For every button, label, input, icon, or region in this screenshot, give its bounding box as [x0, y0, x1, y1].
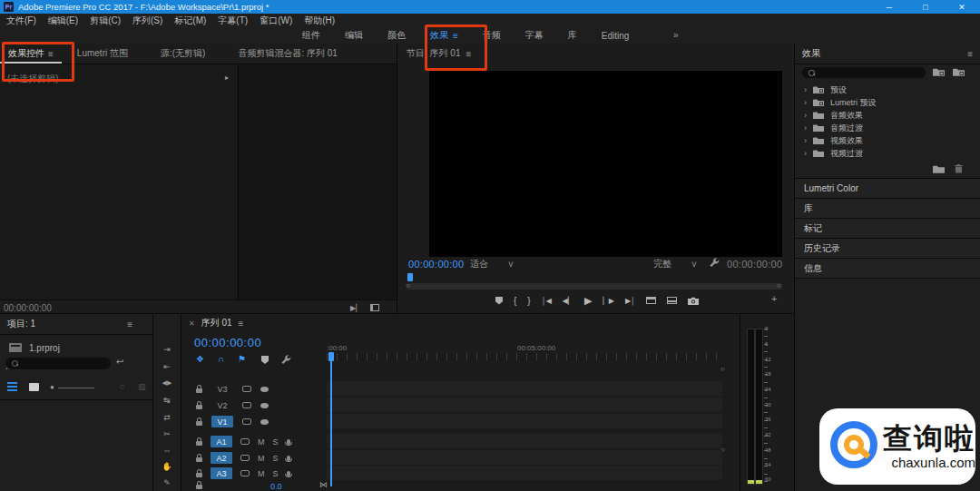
menu-clip[interactable]: 剪辑(C) [90, 15, 121, 27]
project-panel-menu-icon[interactable]: ≡ [127, 319, 132, 329]
track-header-a1[interactable]: A1 M S [181, 435, 341, 448]
tab-project[interactable]: 项目: 1 [7, 318, 35, 330]
tree-chevron-icon[interactable]: › [804, 136, 807, 145]
tab-audio-clip-mixer[interactable]: 音频剪辑混合器: 序列 01 [230, 44, 345, 64]
timeline-add-marker-icon[interactable] [261, 356, 269, 364]
track-header-v1[interactable]: V1 [181, 415, 341, 428]
effects-tree-row-audio-effects[interactable]: › 音频效果 [795, 109, 980, 122]
button-editor-plus-icon[interactable]: + [771, 293, 777, 304]
program-scrollbar[interactable] [407, 283, 782, 290]
track-badge[interactable]: V3 [211, 383, 233, 395]
tab-markers[interactable]: 标记 [795, 219, 980, 239]
track-lane-a2[interactable] [327, 450, 722, 465]
lock-icon[interactable] [196, 485, 202, 489]
tree-chevron-icon[interactable]: › [804, 111, 807, 120]
track-badge[interactable]: A3 [211, 467, 232, 479]
icon-view-icon[interactable] [29, 383, 39, 391]
effects-tree-row-lumetri-presets[interactable]: › Lumetri 预设 [795, 96, 980, 109]
workspace-tab-libraries[interactable]: 库 [568, 29, 577, 42]
tab-info[interactable]: 信息 [795, 259, 980, 279]
solo-button[interactable]: S [273, 437, 279, 447]
toggle-track-output-eye-icon[interactable] [260, 403, 269, 408]
track-header-a3[interactable]: A3 M S [181, 466, 341, 480]
sync-lock-icon[interactable] [240, 455, 250, 461]
menu-title[interactable]: 字幕(T) [218, 15, 248, 27]
pen-tool[interactable]: ✎ [154, 478, 180, 487]
project-search-input[interactable] [5, 358, 111, 369]
play-button-icon[interactable]: ▶ [584, 295, 592, 307]
mute-button[interactable]: M [258, 469, 265, 478]
linked-selection-icon[interactable]: ⚑ [238, 354, 246, 364]
solo-button[interactable]: S [273, 469, 279, 478]
track-lane-v3[interactable] [327, 381, 722, 396]
program-playhead[interactable] [407, 273, 413, 281]
tab-program-monitor[interactable]: 节目: 序列 01 [407, 47, 460, 60]
close-button[interactable]: ✕ [944, 0, 980, 14]
track-badge[interactable]: V1 [211, 416, 233, 427]
track-lane-a1[interactable] [327, 434, 722, 448]
menu-window[interactable]: 窗口(W) [260, 15, 292, 27]
menu-edit[interactable]: 编辑(E) [48, 15, 78, 27]
lock-icon[interactable] [196, 441, 202, 446]
bin-view-icon[interactable]: ▥ [138, 382, 146, 391]
track-header-v2[interactable]: V2 [181, 398, 341, 412]
tab-sequence-01[interactable]: 序列 01 [201, 317, 232, 329]
tab-libraries[interactable]: 库 [795, 199, 980, 219]
menu-help[interactable]: 帮助(H) [304, 15, 335, 27]
menu-sequence[interactable]: 序列(S) [132, 15, 162, 27]
new-bin-icon[interactable] [933, 164, 945, 174]
mute-button[interactable]: M [258, 454, 265, 463]
track-select-forward-tool[interactable]: ⇥ [154, 345, 180, 354]
step-back-icon[interactable]: ◀▏ [563, 297, 573, 305]
list-view-icon[interactable] [7, 382, 17, 391]
workspace-tab-assembly[interactable]: 组件 [302, 29, 320, 42]
mark-in-icon[interactable]: { [514, 296, 516, 306]
effects-tree-row-presets[interactable]: › 预设 [795, 83, 980, 96]
program-zoom-select[interactable]: 适合 ˅ [470, 258, 514, 270]
workspace-overflow-icon[interactable]: » [673, 30, 679, 40]
voiceover-mic-icon[interactable] [287, 439, 290, 445]
mark-out-icon[interactable]: } [527, 296, 530, 306]
ripple-edit-tool[interactable]: ⇤ [154, 362, 180, 371]
menu-file[interactable]: 文件(F) [6, 15, 36, 27]
mute-button[interactable]: M [258, 437, 265, 447]
workspace-tab-effects[interactable]: 效果 [430, 29, 448, 42]
project-item-row[interactable]: 1.prproj [0, 339, 152, 356]
undo-filter-icon[interactable]: ↩ [116, 357, 123, 367]
voiceover-mic-icon[interactable] [287, 471, 290, 476]
extract-icon[interactable] [667, 297, 677, 304]
master-gain-value[interactable]: 0.0 [270, 482, 282, 491]
effects-panel-menu-icon[interactable]: ≡ [967, 49, 973, 59]
panel-menu-icon[interactable]: ≡ [48, 49, 54, 59]
nest-sequence-icon[interactable]: ❖ [196, 354, 204, 364]
minimize-button[interactable]: ─ [871, 0, 907, 14]
tab-lumetri-scopes[interactable]: Lumetri 范围 [69, 44, 136, 64]
workspace-tab-audio[interactable]: 音频 [483, 29, 501, 42]
fit-sequence-icon[interactable]: ⋈ [319, 480, 328, 489]
tree-chevron-icon[interactable]: › [804, 123, 807, 133]
sync-lock-icon[interactable] [240, 438, 250, 445]
program-timecode-current[interactable]: 00:00:00:00 [408, 259, 464, 270]
new-preset-bin-icon[interactable] [933, 67, 945, 77]
slip-tool[interactable]: ⇄ [154, 413, 180, 422]
workspace-tab-editing-custom[interactable]: Editing [602, 31, 630, 41]
sync-lock-icon[interactable] [242, 386, 251, 392]
effects-search-input[interactable] [802, 67, 926, 78]
new-custom-bin-icon[interactable] [953, 67, 965, 77]
zoom-slider-handle-icon[interactable]: ● [50, 383, 54, 391]
track-header-a2[interactable]: A2 M S [181, 451, 341, 465]
snap-magnet-icon[interactable]: ∩ [218, 354, 224, 364]
loop-playback-icon[interactable] [370, 304, 379, 311]
scrollbar-left-handle-icon[interactable]: ○ [406, 281, 410, 290]
step-forward-icon[interactable]: ▏▶ [603, 297, 614, 305]
toggle-track-output-eye-icon[interactable] [260, 387, 269, 392]
timeline-vscroll-top-icon[interactable]: ○ [720, 365, 725, 373]
track-lane-v2[interactable] [327, 398, 722, 412]
tab-history[interactable]: 历史记录 [795, 239, 980, 259]
lock-icon[interactable] [196, 421, 202, 426]
rate-stretch-tool[interactable]: ↹ [154, 396, 180, 405]
track-badge[interactable]: A2 [211, 452, 232, 464]
timeline-timecode[interactable]: 00:00:00:00 [194, 336, 261, 349]
add-marker-icon[interactable] [495, 297, 503, 305]
workspace-tab-effects-menu-icon[interactable]: ≡ [453, 31, 458, 41]
